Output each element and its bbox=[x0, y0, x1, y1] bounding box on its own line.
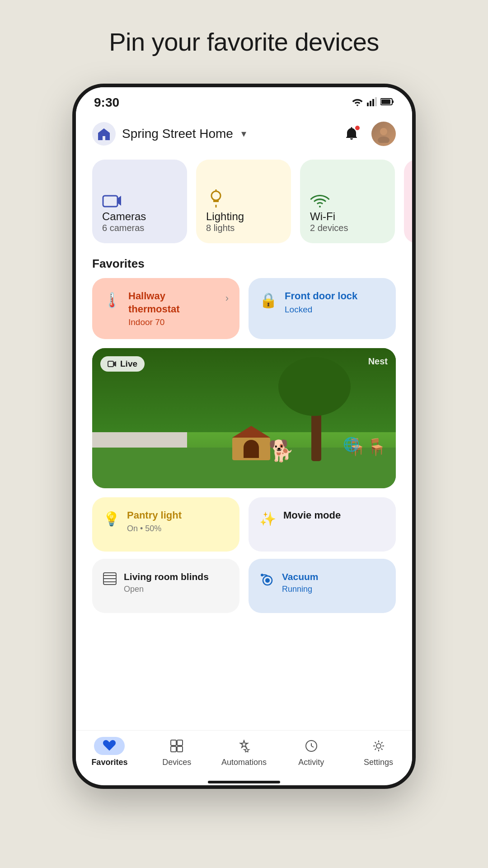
home-name: Spring Street Home bbox=[122, 127, 233, 141]
svg-point-33 bbox=[376, 744, 381, 748]
svg-point-8 bbox=[378, 137, 389, 143]
svg-rect-27 bbox=[177, 740, 183, 745]
settings-nav-icon-wrap bbox=[363, 737, 394, 755]
category-card-lighting[interactable]: Lighting 8 lights bbox=[196, 160, 291, 243]
svg-rect-6 bbox=[381, 99, 390, 104]
user-avatar[interactable] bbox=[371, 122, 396, 146]
lighting-label: Lighting bbox=[206, 210, 281, 223]
pantry-light-icon: 💡 bbox=[103, 511, 120, 527]
cameras-sub: 6 cameras bbox=[102, 223, 177, 233]
door-lock-info: Front door lock Locked bbox=[285, 290, 385, 315]
door-lock-card[interactable]: 🔒 Front door lock Locked bbox=[249, 278, 396, 339]
svg-rect-29 bbox=[177, 746, 183, 752]
door-lock-icon: 🔒 bbox=[259, 292, 277, 309]
door-lock-status: Locked bbox=[285, 305, 385, 315]
blinds-info: Living room blinds Open bbox=[124, 571, 229, 594]
favorites-section-label: Favorites bbox=[76, 252, 412, 278]
thermostat-card[interactable]: 🌡️ Hallway thermostat Indoor 70 › bbox=[92, 278, 239, 339]
blinds-name: Living room blinds bbox=[124, 571, 229, 583]
doghouse bbox=[232, 426, 270, 460]
dog-figure: 🐕 bbox=[268, 439, 294, 463]
devices-nav-label: Devices bbox=[162, 758, 191, 767]
nav-favorites[interactable]: Favorites bbox=[76, 737, 143, 767]
status-bar: 9:30 bbox=[76, 87, 412, 114]
movie-mode-card[interactable]: ✨ Movie mode bbox=[249, 497, 396, 552]
svg-point-24 bbox=[265, 578, 270, 583]
category-card-cameras[interactable]: Cameras 6 cameras bbox=[92, 160, 187, 243]
vacuum-info: Vacuum Running bbox=[282, 571, 385, 594]
thermostat-icon: 🌡️ bbox=[103, 292, 121, 309]
favorites-row-1: 🌡️ Hallway thermostat Indoor 70 › 🔒 Fron… bbox=[76, 278, 412, 348]
category-scroll: Cameras 6 cameras Lighting 8 lights Wi-F… bbox=[76, 155, 412, 252]
favorites-row-3: Living room blinds Open Vacuum Running bbox=[76, 559, 412, 620]
nav-devices[interactable]: Devices bbox=[143, 737, 211, 767]
svg-rect-5 bbox=[392, 100, 394, 103]
svg-rect-26 bbox=[171, 740, 176, 745]
vacuum-status: Running bbox=[282, 585, 385, 594]
svg-rect-3 bbox=[375, 97, 377, 106]
vacuum-icon bbox=[259, 572, 275, 589]
battery-icon bbox=[380, 98, 394, 108]
page-wrapper: Pin your favorite devices 9:30 bbox=[0, 0, 488, 868]
live-label: Live bbox=[120, 359, 137, 369]
svg-rect-9 bbox=[103, 196, 117, 207]
category-card-wifi[interactable]: Wi-Fi 2 devices bbox=[300, 160, 395, 243]
pantry-light-status: On • 50% bbox=[127, 524, 229, 533]
pantry-light-info: Pantry light On • 50% bbox=[127, 509, 229, 533]
thermostat-name: Hallway thermostat bbox=[128, 290, 218, 316]
thermostat-info: Hallway thermostat Indoor 70 bbox=[128, 290, 218, 327]
header-actions bbox=[340, 122, 396, 146]
blinds-card[interactable]: Living room blinds Open bbox=[92, 559, 239, 613]
category-card-other[interactable]: 🔌 Other 2 devices bbox=[404, 160, 412, 243]
phone-frame: 9:30 Spring Street Home ▾ bbox=[72, 84, 416, 789]
favorites-row-2: 💡 Pantry light On • 50% ✨ Movie mode bbox=[76, 497, 412, 559]
globe-icon: 🌐 bbox=[343, 436, 360, 452]
camera-live-badge: Live bbox=[100, 356, 145, 372]
bell-button[interactable] bbox=[340, 122, 363, 146]
status-icons bbox=[352, 97, 394, 108]
home-pill bbox=[208, 781, 280, 783]
wifi-label: Wi-Fi bbox=[310, 210, 385, 223]
blinds-icon bbox=[103, 572, 117, 588]
movie-mode-info: Movie mode bbox=[283, 509, 385, 522]
svg-line-32 bbox=[311, 746, 314, 747]
svg-rect-28 bbox=[171, 746, 176, 752]
app-header: Spring Street Home ▾ bbox=[76, 114, 412, 155]
chevron-down-icon[interactable]: ▾ bbox=[241, 128, 246, 140]
svg-point-25 bbox=[261, 574, 263, 576]
svg-rect-0 bbox=[367, 103, 369, 106]
page-title: Pin your favorite devices bbox=[109, 27, 379, 57]
svg-point-11 bbox=[211, 191, 221, 200]
nest-logo: Nest bbox=[368, 356, 388, 367]
nav-activity[interactable]: Activity bbox=[277, 737, 345, 767]
favorites-nav-icon-wrap bbox=[94, 737, 125, 755]
nav-settings[interactable]: Settings bbox=[345, 737, 412, 767]
thermostat-status: Indoor 70 bbox=[128, 317, 218, 327]
activity-nav-icon-wrap bbox=[296, 737, 327, 755]
pantry-light-card[interactable]: 💡 Pantry light On • 50% bbox=[92, 497, 239, 552]
favorites-nav-label: Favorites bbox=[91, 758, 127, 767]
vacuum-card[interactable]: Vacuum Running bbox=[249, 559, 396, 613]
signal-icon bbox=[367, 97, 377, 108]
thermostat-chevron-icon: › bbox=[225, 292, 229, 304]
automations-nav-label: Automations bbox=[221, 758, 267, 767]
lighting-icon bbox=[206, 189, 281, 210]
svg-rect-1 bbox=[370, 101, 371, 106]
nav-automations[interactable]: Automations bbox=[211, 737, 278, 767]
door-lock-name: Front door lock bbox=[285, 290, 385, 303]
cameras-icon bbox=[102, 193, 177, 210]
vacuum-name: Vacuum bbox=[282, 571, 385, 583]
pantry-light-name: Pantry light bbox=[127, 509, 229, 522]
home-selector[interactable]: Spring Street Home ▾ bbox=[92, 122, 246, 146]
tree-canopy bbox=[278, 357, 351, 416]
svg-rect-14 bbox=[108, 361, 113, 367]
devices-nav-icon-wrap bbox=[161, 737, 192, 755]
bottom-nav: Favorites Devices Automations Activity bbox=[76, 730, 412, 776]
wifi-sub: 2 devices bbox=[310, 223, 385, 233]
cameras-label: Cameras bbox=[102, 210, 177, 223]
movie-mode-name: Movie mode bbox=[283, 509, 385, 522]
camera-feed[interactable]: 🐕 🪑🪑 🌐 Live Nest Yard cam bbox=[92, 348, 396, 488]
blinds-status: Open bbox=[124, 585, 229, 594]
svg-point-7 bbox=[380, 128, 387, 135]
automations-nav-icon-wrap bbox=[229, 737, 259, 755]
